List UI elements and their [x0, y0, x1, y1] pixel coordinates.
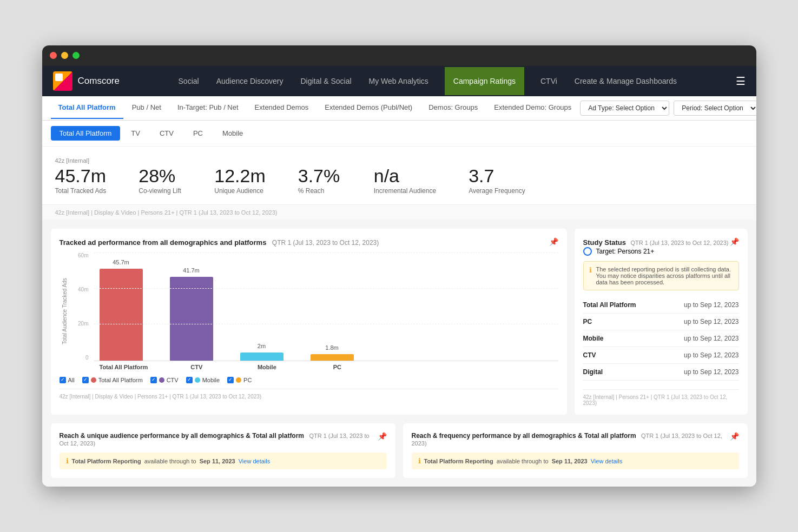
- legend-checkbox-tap[interactable]: [82, 377, 89, 383]
- tab-pub-net[interactable]: Pub / Net: [124, 97, 169, 119]
- legend-checkbox-mobile[interactable]: [186, 377, 193, 383]
- view-details-left[interactable]: View details: [239, 458, 271, 464]
- bottom-right-title: Reach & frequency performance by all dem…: [412, 432, 730, 447]
- bottom-left-pin[interactable]: 📌: [378, 432, 387, 441]
- metric-reach: 3.7% % Reach: [298, 166, 341, 195]
- tab-extended-demos-publ[interactable]: Extended Demos (Publ/Net): [317, 97, 420, 119]
- maximize-button[interactable]: [72, 52, 80, 59]
- study-target: Target: Persons 21+: [583, 247, 739, 256]
- metric-value-coviewing: 28%: [139, 166, 182, 186]
- brand: Comscore: [53, 71, 120, 91]
- legend-ctv[interactable]: CTV: [150, 377, 179, 383]
- navbar: Comscore Social Audience Discovery Digit…: [42, 66, 756, 96]
- subtab-mobile[interactable]: Mobile: [214, 126, 252, 141]
- nav-social[interactable]: Social: [177, 67, 200, 95]
- charts-row: Tracked ad performance from all demograp…: [42, 220, 756, 423]
- view-details-right[interactable]: View details: [591, 458, 623, 464]
- metric-incremental-audience: n/a Incremental Audience: [374, 166, 436, 195]
- metrics-row: 45.7m Total Tracked Ads 28% Co-viewing L…: [55, 166, 743, 199]
- nav-create-dashboards[interactable]: Create & Manage Dashboards: [573, 67, 678, 95]
- metric-total-tracked-ads: 45.7m Total Tracked Ads: [55, 166, 107, 195]
- banner-text-left: available through to: [144, 458, 196, 464]
- chart-body: 60m 40m 20m 0: [70, 252, 558, 370]
- metric-value-incremental: n/a: [374, 166, 436, 186]
- status-val-tap: up to Sep 12, 2023: [684, 301, 738, 309]
- status-row-tap: Total All Platform up to Sep 12, 2023: [583, 297, 739, 314]
- banner-text-right: available through to: [497, 458, 549, 464]
- subtab-ctv[interactable]: CTV: [151, 126, 182, 141]
- chart-pin-icon[interactable]: 📌: [549, 237, 558, 246]
- status-label-tap: Total All Platform: [583, 301, 636, 309]
- metric-name-coviewing: Co-viewing Lift: [139, 187, 182, 195]
- info-icon-left: ℹ: [66, 457, 69, 465]
- tab-extended-demos[interactable]: Extended Demos: [247, 97, 316, 119]
- legend-checkbox-ctv[interactable]: [150, 377, 157, 383]
- study-target-label: Target: Persons 21+: [596, 248, 655, 255]
- legend-dot-ctv: [159, 377, 164, 383]
- close-button[interactable]: [50, 52, 57, 59]
- legend-pc[interactable]: PC: [227, 377, 252, 383]
- bar-mobile: 2m: [240, 343, 283, 361]
- titlebar: [42, 45, 756, 66]
- legend-total-all-platform[interactable]: Total All Platform: [82, 377, 143, 383]
- status-label-ctv: CTV: [583, 351, 596, 359]
- bar-2: [170, 277, 213, 361]
- banner-date-right: Sep 11, 2023: [552, 458, 588, 464]
- y-tick-20: 20m: [78, 321, 88, 327]
- alert-box: ℹ The selected reporting period is still…: [583, 261, 739, 290]
- bottom-left-card: Reach & unique audience performance by a…: [51, 423, 395, 478]
- status-val-ctv: up to Sep 12, 2023: [684, 351, 738, 359]
- period-select[interactable]: Period: Select Option: [674, 101, 756, 116]
- y-tick-60: 60m: [78, 252, 88, 258]
- study-pin-icon[interactable]: 📌: [730, 237, 739, 246]
- status-row-ctv: CTV up to Sep 12, 2023: [583, 347, 739, 364]
- bar-pc: 1.8m: [311, 344, 354, 361]
- bottom-right-pin[interactable]: 📌: [730, 432, 739, 441]
- subtab-pc[interactable]: PC: [184, 126, 212, 141]
- study-period: QTR 1 (Jul 13, 2023 to Oct 12, 2023): [630, 240, 728, 246]
- status-row-mobile: Mobile up to Sep 12, 2023: [583, 330, 739, 347]
- metric-name-tracked-ads: Total Tracked Ads: [55, 187, 107, 195]
- hamburger-menu[interactable]: ☰: [736, 75, 746, 88]
- bar-label-top-3: 2m: [258, 343, 266, 349]
- minimize-button[interactable]: [61, 52, 68, 59]
- subtab-total-all-platform[interactable]: Total All Platform: [51, 126, 121, 141]
- metrics-internal-label: 42z [Internal]: [55, 157, 743, 164]
- bar-label-top-2: 41.7m: [183, 267, 200, 274]
- tab-demos-groups[interactable]: Demos: Groups: [421, 97, 485, 119]
- bars-area: 45.7m 41.7m 2m: [94, 252, 558, 361]
- nav-web-analytics[interactable]: My Web Analytics: [368, 67, 430, 95]
- tab-in-target[interactable]: In-Target: Pub / Net: [170, 97, 246, 119]
- bottom-right-card: Reach & frequency performance by all dem…: [403, 423, 748, 478]
- legend-mobile[interactable]: Mobile: [186, 377, 220, 383]
- bottom-left-banner: ℹ Total Platform Reporting available thr…: [60, 453, 387, 469]
- bottom-left-header: Reach & unique audience performance by a…: [60, 432, 387, 453]
- info-icon-right: ℹ: [418, 457, 421, 465]
- window-controls: [50, 52, 80, 59]
- nav-digital-social[interactable]: Digital & Social: [299, 67, 352, 95]
- chart-main-title: Tracked ad performance from all demograp…: [60, 238, 267, 247]
- nav-audience-discovery[interactable]: Audience Discovery: [215, 67, 285, 95]
- legend-checkbox-all[interactable]: [60, 377, 66, 383]
- study-status-title: Study Status: [583, 238, 626, 247]
- tab-extended-demo-groups[interactable]: Extended Demo: Groups: [486, 97, 579, 119]
- legend-label-mobile: Mobile: [202, 377, 220, 383]
- bottom-row: Reach & unique audience performance by a…: [42, 423, 756, 487]
- legend-all[interactable]: All: [60, 377, 75, 383]
- y-axis: 60m 40m 20m 0: [70, 252, 92, 361]
- legend-checkbox-pc[interactable]: [227, 377, 234, 383]
- tab-total-all-platform[interactable]: Total All Platform: [51, 97, 123, 119]
- bar-total-all-platform: 45.7m: [100, 259, 143, 361]
- study-status-card: Study Status QTR 1 (Jul 13, 2023 to Oct …: [575, 229, 748, 415]
- x-label-4: PC: [315, 364, 359, 370]
- metric-value-avg-freq: 3.7: [469, 166, 525, 186]
- subtab-tv[interactable]: TV: [122, 126, 149, 141]
- ad-type-select[interactable]: Ad Type: Select Option: [580, 101, 669, 116]
- banner-date-left: Sep 11, 2023: [200, 458, 235, 464]
- bottom-right-banner: ℹ Total Platform Reporting available thr…: [412, 453, 739, 469]
- status-table: Total All Platform up to Sep 12, 2023 PC…: [583, 297, 739, 381]
- x-label-1: Total All Platform: [100, 364, 148, 370]
- nav-ctvi[interactable]: CTVi: [539, 67, 558, 95]
- metric-name-avg-freq: Average Frequency: [469, 187, 525, 195]
- nav-campaign-ratings[interactable]: Campaign Ratings: [445, 67, 524, 95]
